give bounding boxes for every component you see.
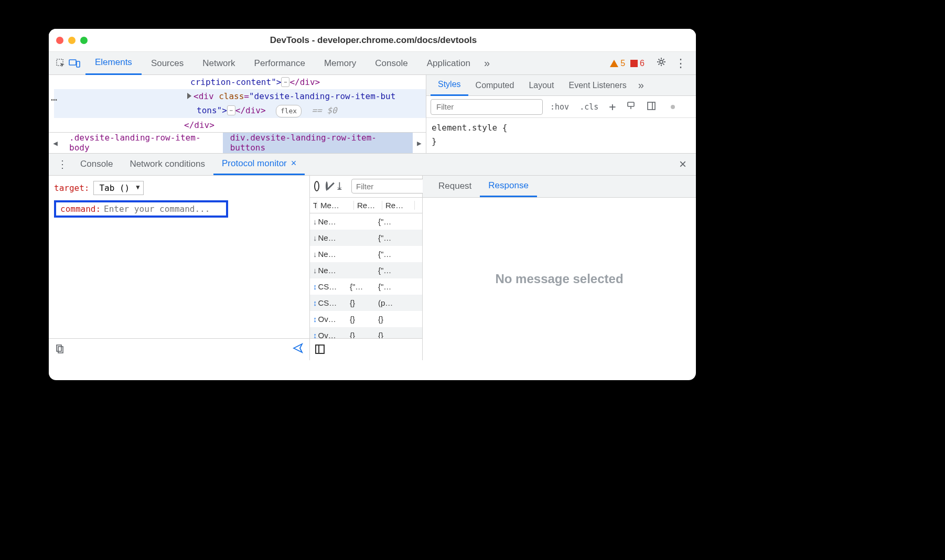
- arrow-up-icon: ↕: [313, 331, 317, 338]
- style-rule-line: element.style {: [432, 121, 691, 135]
- expand-triangle-icon[interactable]: [187, 93, 191, 99]
- tab-elements[interactable]: Elements: [85, 52, 142, 75]
- command-row-highlighted: command:: [54, 200, 228, 218]
- expand-dots-icon[interactable]: ⋯: [227, 105, 235, 115]
- clear-icon[interactable]: [326, 181, 328, 191]
- toggle-sidebar-icon[interactable]: [315, 344, 325, 354]
- crumb-left-icon[interactable]: ◂: [49, 136, 62, 149]
- tab-console[interactable]: Console: [366, 52, 417, 75]
- flex-badge[interactable]: flex: [276, 105, 302, 117]
- table-row[interactable]: ↓Ne…{"…: [310, 230, 422, 246]
- devtools-window: DevTools - developer.chrome.com/docs/dev…: [49, 29, 696, 380]
- styles-tab-event-listeners[interactable]: Event Listeners: [561, 75, 633, 96]
- arrow-down-icon: ↓: [313, 250, 317, 259]
- styles-toolbar: :hov .cls +: [426, 96, 696, 118]
- target-select[interactable]: Tab (): [93, 181, 144, 195]
- settings-gear-icon[interactable]: [652, 57, 671, 70]
- drawer-tab-protocol-monitor[interactable]: Protocol monitor×: [213, 153, 305, 175]
- paint-icon[interactable]: [624, 101, 639, 113]
- copy-icon[interactable]: [55, 344, 65, 355]
- crumb-right-icon[interactable]: ▸: [413, 136, 426, 149]
- kebab-menu-icon[interactable]: ⋮: [671, 57, 691, 70]
- tab-performance[interactable]: Performance: [245, 52, 315, 75]
- protocol-monitor-table-panel: ⤓ T Me… Re… Re… ↓Ne…{"…↓Ne…{"…↓Ne…{"…↓Ne…: [310, 176, 423, 360]
- inspect-icon[interactable]: [54, 57, 68, 70]
- styles-filter-input[interactable]: [431, 99, 543, 115]
- close-tab-icon[interactable]: ×: [291, 158, 297, 169]
- col-request[interactable]: Re…: [354, 201, 382, 210]
- protocol-monitor-detail-panel: Request Response No message selected: [423, 176, 696, 360]
- table-row[interactable]: ↓Ne…{"…: [310, 213, 422, 230]
- table-row[interactable]: ↕CS…{}(p…: [310, 295, 422, 311]
- col-method[interactable]: Me…: [317, 201, 354, 210]
- arrow-up-icon: ↕: [313, 315, 317, 324]
- svg-rect-2: [77, 61, 80, 67]
- svg-rect-4: [628, 102, 634, 106]
- drawer-menu-icon[interactable]: ⋮: [53, 158, 72, 170]
- styles-tab-styles[interactable]: Styles: [431, 75, 468, 96]
- expand-dots-icon[interactable]: ⋯: [281, 77, 289, 87]
- send-command-icon[interactable]: [293, 343, 303, 356]
- cell-method: ↕Ov…: [310, 331, 347, 338]
- col-type[interactable]: T: [310, 201, 317, 210]
- dom-line[interactable]: </div>: [54, 118, 426, 132]
- close-window-button[interactable]: [56, 37, 63, 44]
- close-drawer-icon[interactable]: ×: [674, 157, 692, 171]
- table-row[interactable]: ↕Ov…{}{}: [310, 311, 422, 327]
- download-icon[interactable]: ⤓: [335, 180, 344, 192]
- drawer-tab-console[interactable]: Console: [72, 153, 121, 175]
- styles-tab-computed[interactable]: Computed: [468, 75, 522, 96]
- table-row[interactable]: ↕Ov…{}{}: [310, 327, 422, 338]
- cell-method: ↕CS…: [310, 282, 347, 291]
- table-row[interactable]: ↓Ne…{"…: [310, 262, 422, 278]
- breadcrumb-item-selected[interactable]: div.devsite-landing-row-item-buttons: [223, 133, 413, 153]
- device-toggle-icon[interactable]: [68, 57, 81, 70]
- breadcrumb: ◂ .devsite-landing-row-item-body div.dev…: [49, 132, 426, 153]
- class-toggle-button[interactable]: .cls: [576, 102, 602, 112]
- record-icon[interactable]: [315, 182, 318, 190]
- tab-application[interactable]: Application: [417, 52, 480, 75]
- warnings-badge[interactable]: 5: [610, 59, 625, 68]
- col-response[interactable]: Re…: [382, 201, 415, 210]
- styles-more-tabs-icon[interactable]: »: [634, 79, 648, 91]
- styles-body[interactable]: element.style { }: [426, 118, 696, 151]
- detail-tab-request[interactable]: Request: [430, 175, 480, 197]
- panel-layout-icon[interactable]: [643, 101, 659, 113]
- protocol-monitor-toolbar: ⤓: [310, 176, 422, 198]
- detail-tab-response[interactable]: Response: [480, 175, 537, 197]
- cell-request: {"…: [347, 282, 375, 291]
- cell-response: {"…: [375, 282, 407, 291]
- target-label: target:: [54, 183, 89, 193]
- warning-icon: [610, 60, 618, 67]
- more-tabs-icon[interactable]: »: [480, 57, 494, 69]
- style-rule-line: }: [432, 135, 691, 148]
- cell-response: {}: [375, 331, 407, 338]
- tab-sources[interactable]: Sources: [142, 52, 193, 75]
- drawer-tab-network-conditions[interactable]: Network conditions: [121, 153, 213, 175]
- cell-method: ↓Ne…: [310, 233, 347, 242]
- table-row[interactable]: ↕CS…{"…{"…: [310, 278, 422, 295]
- tab-memory[interactable]: Memory: [315, 52, 366, 75]
- errors-badge[interactable]: 6: [630, 59, 645, 68]
- new-style-rule-icon[interactable]: +: [606, 100, 619, 113]
- protocol-message-table[interactable]: T Me… Re… Re… ↓Ne…{"…↓Ne…{"…↓Ne…{"…↓Ne…{…: [310, 198, 422, 338]
- dom-line-selected[interactable]: <div class="devsite-landing-row-item-but…: [54, 89, 426, 117]
- arrow-up-icon: ↕: [313, 282, 317, 291]
- dom-tree[interactable]: ⋯ cription-content">⋯</div> <div class="…: [49, 75, 426, 132]
- svg-rect-5: [648, 102, 655, 110]
- detail-empty-state: No message selected: [423, 198, 696, 360]
- table-row[interactable]: ↓Ne…{"…: [310, 246, 422, 262]
- detail-tab-bar: Request Response: [423, 176, 696, 198]
- cell-method: ↕Ov…: [310, 315, 347, 324]
- styles-tab-layout[interactable]: Layout: [521, 75, 561, 96]
- tab-network[interactable]: Network: [193, 52, 244, 75]
- svg-rect-7: [57, 345, 61, 351]
- zoom-window-button[interactable]: [80, 37, 88, 44]
- breadcrumb-item[interactable]: .devsite-landing-row-item-body: [62, 133, 223, 153]
- hover-state-button[interactable]: :hov: [547, 102, 572, 112]
- command-input[interactable]: [104, 204, 222, 214]
- dom-line[interactable]: cription-content">⋯</div>: [54, 75, 426, 89]
- minimize-window-button[interactable]: [68, 37, 76, 44]
- svg-rect-1: [69, 60, 76, 65]
- overflow-ellipsis-icon: ⋯: [51, 91, 57, 109]
